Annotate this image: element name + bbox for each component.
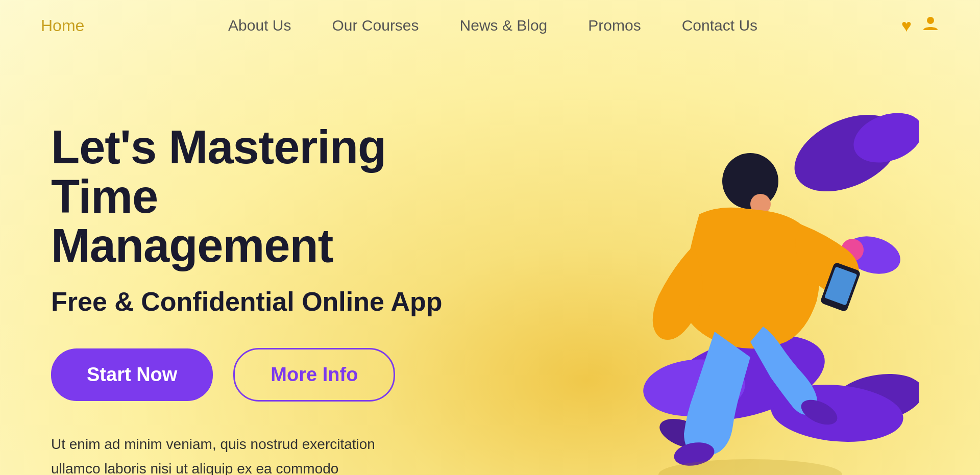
user-icon[interactable] [922, 15, 939, 36]
page-wrapper: Home About Us Our Courses News & Blog Pr… [0, 0, 980, 475]
hero-illustration [449, 82, 939, 475]
nav-icons: ♥ [901, 15, 939, 36]
hero-content: Let's Mastering Time Management Free & C… [51, 82, 449, 475]
nav-link-promos[interactable]: Promos [588, 17, 641, 34]
more-info-button[interactable]: More Info [233, 348, 395, 402]
hero-description: Ut enim ad minim veniam, quis nostrud ex… [51, 432, 408, 475]
nav-link-news[interactable]: News & Blog [460, 17, 548, 34]
nav-links: About Us Our Courses News & Blog Promos … [228, 17, 757, 34]
hero-subtitle: Free & Confidential Online App [51, 286, 449, 317]
navigation: Home About Us Our Courses News & Blog Pr… [0, 0, 980, 51]
nav-link-courses[interactable]: Our Courses [332, 17, 419, 34]
hero-buttons: Start Now More Info [51, 348, 449, 402]
nav-home-link[interactable]: Home [41, 16, 84, 35]
heart-icon[interactable]: ♥ [901, 16, 912, 36]
svg-point-0 [927, 17, 934, 24]
hero-title: Let's Mastering Time Management [51, 122, 449, 270]
hero-svg-illustration [500, 82, 919, 475]
nav-link-contact[interactable]: Contact Us [682, 17, 757, 34]
hero-section: Let's Mastering Time Management Free & C… [0, 51, 980, 475]
nav-link-about[interactable]: About Us [228, 17, 291, 34]
start-now-button[interactable]: Start Now [51, 348, 213, 401]
